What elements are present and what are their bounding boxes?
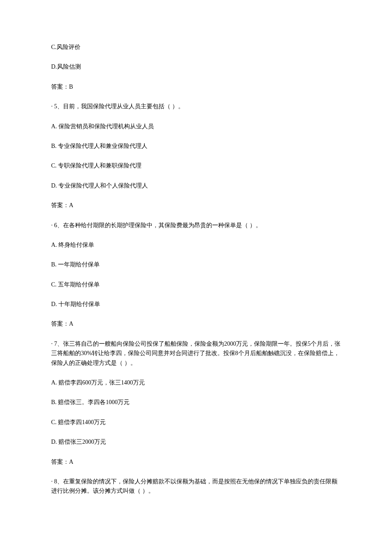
- q5-option-c: C. 专职保险代理人和兼职保险代理: [51, 161, 341, 171]
- q4-option-d: D.风险估测: [51, 62, 341, 72]
- q6-option-d: D. 十年期给付保单: [51, 300, 341, 309]
- q5-option-b: B. 专业保险代理人和兼业保险代理人: [51, 142, 341, 151]
- q6-stem: · 6、在各种给付期限的长期护理保险中，其保险费最为昂贵的一种保单是（ ）。: [51, 221, 341, 230]
- q7-option-a: A. 赔偿李四600万元，张三1400万元: [51, 378, 341, 387]
- q6-option-b: B. 一年期给付保单: [51, 260, 341, 269]
- q5-option-a: A. 保险营销员和保险代理机构从业人员: [51, 122, 341, 131]
- q7-stem: · 7、张三将自己的一艘船向保险公司投保了船舶保险，保险金额为2000万元，保险…: [51, 339, 341, 368]
- q7-option-c: C. 赔偿李四1400万元: [51, 418, 341, 427]
- q5-option-d: D. 专业保险代理人和个人保险代理人: [51, 181, 341, 191]
- q8-stem: · 8、在重复保险的情况下，保险人分摊赔款不以保额为基础，而是按照在无他保的情况…: [51, 477, 341, 496]
- q6-option-a: A. 终身给付保单: [51, 240, 341, 250]
- q7-option-d: D. 赔偿张三2000万元: [51, 437, 341, 447]
- q5-answer: 答案：A: [51, 201, 341, 210]
- q6-option-c: C. 五年期给付保单: [51, 280, 341, 289]
- q7-option-b: B. 赔偿张三。李四各1000万元: [51, 398, 341, 407]
- document-page: C.风险评价 D.风险估测 答案：B · 5、目前，我国保险代理从业人员主要包括…: [0, 0, 392, 555]
- q6-answer: 答案：A: [51, 319, 341, 329]
- q7-answer: 答案：A: [51, 457, 341, 467]
- q4-answer: 答案：B: [51, 82, 341, 92]
- q5-stem: · 5、目前，我国保险代理从业人员主要包括（ ）。: [51, 102, 341, 111]
- q4-option-c: C.风险评价: [51, 43, 341, 52]
